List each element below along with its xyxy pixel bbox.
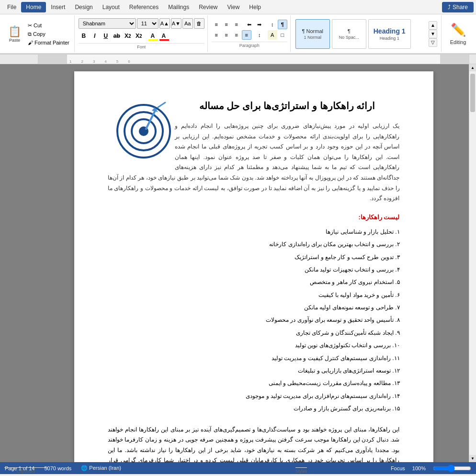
list-item: ۸. تأسیس واحد تحقیق و توسعه برای نوآوری … [108,314,400,326]
copy-button[interactable]: ⧉ Copy [26,30,71,38]
styles-scroll-controls: ▲ ▼ ▽ [429,20,437,48]
increase-font-button[interactable]: A▲ [159,18,170,29]
menu-layout[interactable]: Layout [98,2,125,12]
paragraph-group: ≡ ≡ ≡ ⬅ ➡ ↕ ¶ ≡ ≡ ≡ ≡ ↕ A □ Parag [209,15,291,52]
language-indicator: 🌐 Persian (Iran) [81,465,121,471]
menu-mailings[interactable]: Mailings [163,2,194,12]
show-marks-button[interactable]: ¶ [278,20,287,29]
change-case-button[interactable]: Aa [182,18,193,29]
increase-indent-button[interactable]: ➡ [255,20,264,29]
styles-group: ¶ Normal 1 Normal ¶ No Spac... Heading 1… [292,15,442,52]
doc-scroll-area[interactable]: ارائه راهکارها و استراتژی‌ها برای حل مسا… [38,64,469,462]
paste-button[interactable]: 📋 Paste [4,16,25,51]
strikethrough-button[interactable]: ab [112,31,122,41]
scrollbar-track[interactable] [469,71,476,455]
menu-help[interactable]: Help [244,2,266,12]
decrease-font-button[interactable]: A▼ [171,18,181,29]
format-painter-button[interactable]: 🖌 Format Painter [26,39,71,46]
menu-review[interactable]: Review [194,2,222,12]
section-title: لیست راهکارها: [108,214,400,221]
share-icon: ⤴ [448,4,451,11]
status-bar: Page 1 of 14 5070 words 🌐 Persian (Iran)… [0,462,476,474]
zoom-slider[interactable] [433,465,471,472]
styles-scroll-up[interactable]: ▲ [429,21,437,30]
style-heading1[interactable]: Heading 1 Heading 1 [368,19,411,49]
list-item: ۶. تأمین و خرید مواد اولیه با کیفیت [108,289,400,301]
style-heading1-preview: Heading 1 [374,27,406,35]
scroll-up-button[interactable]: ▲ [469,64,476,71]
ruler-right [469,55,476,64]
share-button[interactable]: ⤴ Share [442,2,474,12]
ruler-main: 1 2 3 4 5 6 [38,55,469,64]
styles-more[interactable]: ▽ [429,38,437,47]
paste-icon: 📋 [8,25,21,38]
list-item: ۷. طراحی و توسعه نمونه‌های اولیه مانکن [108,301,400,314]
cut-icon: ✂ [28,23,32,29]
font-name-select[interactable]: Shabnam [79,18,136,29]
ruler-left-margin [0,55,38,64]
paragraph-2: این راهکارها، مبنای این پروژه خواهند بود… [108,425,400,462]
word-count: 5070 words [44,465,71,471]
list-item: ۱۲. توسعه استراتژی‌های بازاریابی و تبلیغ… [108,364,400,377]
font-row-1: Shabnam 11 A▲ A▼ Aa 🗑 [79,18,204,29]
font-color-button[interactable]: A [159,31,169,41]
style-nospace[interactable]: ¶ No Spac... [332,19,366,49]
menu-references[interactable]: References [125,2,163,12]
list-item: ۱۵. برنامه‌ریزی برای گسترش بازار و صادرا… [108,402,400,415]
underline-button[interactable]: U [101,31,111,41]
cut-button[interactable]: ✂ Cut [26,22,71,30]
scrollbar-thumb[interactable] [470,74,475,112]
highlight-color-bar [148,39,158,41]
scroll-down-button[interactable]: ▼ [469,455,476,462]
ribbon: 📋 Paste ✂ Cut ⧉ Copy 🖌 Format Painter Cl… [0,14,476,55]
justify-button[interactable]: ≡ [242,30,251,40]
italic-button[interactable]: I [90,31,100,41]
list-item: ۱. تحلیل بازار و شناسایی نیازها [108,226,400,238]
style-nospace-label: No Spac... [339,35,359,40]
menu-file[interactable]: File [2,2,21,12]
numbering-button[interactable]: ≡ [222,20,231,29]
list-item: ۵. استخدام نیروی کار ماهر و متخصص [108,276,400,288]
align-center-button[interactable]: ≡ [222,30,231,40]
target-icon [113,100,175,162]
bullets-button[interactable]: ≡ [212,20,221,29]
subscript-button[interactable]: X2 [123,31,133,41]
decrease-indent-button[interactable]: ⬅ [245,20,254,29]
clipboard-group: 📋 Paste ✂ Cut ⧉ Copy 🖌 Format Painter Cl… [2,15,75,52]
editing-label[interactable]: Editing [450,39,466,45]
multilevel-button[interactable]: ≡ [232,20,241,29]
solutions-list: ۱. تحلیل بازار و شناسایی نیازها ۲. بررسی… [108,226,400,415]
editing-group: ✏️ Editing [442,15,474,52]
clipboard-sub: ✂ Cut ⧉ Copy 🖌 Format Painter [25,16,72,51]
list-item: ۱۳. مطالعه و پیاده‌سازی مقررات زیست‌محیط… [108,377,400,389]
styles-scroll-down[interactable]: ▼ [429,30,437,38]
menu-view[interactable]: View [223,2,245,12]
font-color-icon: A [161,33,166,39]
editing-icon: ✏️ [451,23,466,37]
menu-bar: File Home Insert Design Layout Reference… [0,0,476,14]
align-right-button[interactable]: ≡ [232,30,241,40]
line-spacing-button[interactable]: ↕ [255,30,264,40]
ruler-area: 1 2 3 4 5 6 [0,55,476,64]
focus-button[interactable]: Focus [391,465,405,471]
text-highlight-button[interactable]: A [147,31,158,41]
font-group-label: Font [79,43,204,49]
highlight-icon: A [150,33,155,39]
document-page: ارائه راهکارها و استراتژی‌ها برای حل مسا… [74,71,433,462]
style-normal[interactable]: ¶ Normal 1 Normal [295,19,330,49]
menu-home[interactable]: Home [21,2,46,12]
menu-design[interactable]: Design [70,2,97,12]
menu-insert[interactable]: Insert [46,2,70,12]
font-color-bar [159,39,169,41]
superscript-button[interactable]: X2 [134,31,144,41]
font-size-select[interactable]: 11 [137,18,159,29]
styles-scroll: ¶ Normal 1 Normal ¶ No Spac... Heading 1… [295,19,429,49]
borders-button[interactable]: □ [278,30,287,40]
shading-button[interactable]: A [268,30,277,40]
vertical-scrollbar[interactable]: ▲ ▼ [469,64,476,462]
clear-formatting-button[interactable]: 🗑 [194,18,204,29]
format-painter-icon: 🖌 [28,40,33,45]
bold-button[interactable]: B [79,31,89,41]
align-left-button[interactable]: ≡ [212,30,221,40]
sort-button[interactable]: ↕ [268,20,277,29]
